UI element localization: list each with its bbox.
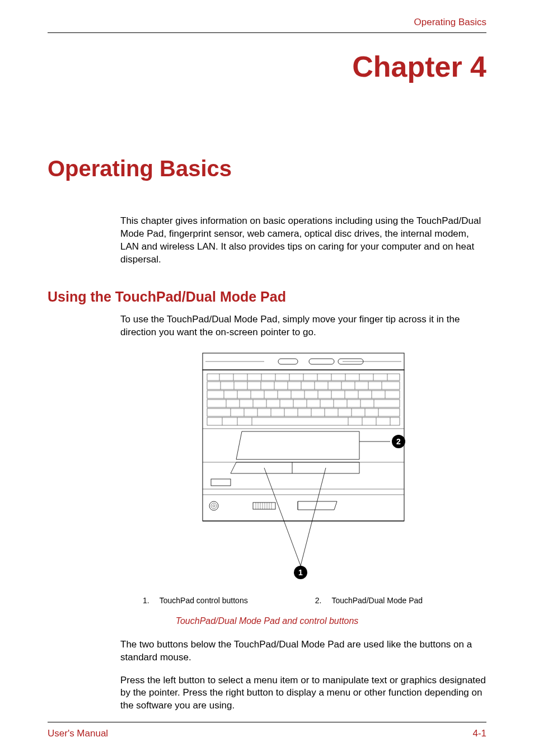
callout-2-label: 2: [396, 437, 401, 446]
laptop-illustration: 2 1: [191, 350, 415, 585]
legend-1-number: 1.: [143, 596, 149, 605]
svg-rect-75: [207, 417, 400, 425]
header-divider: [48, 32, 486, 33]
svg-rect-21: [207, 382, 400, 389]
body-paragraph-2: The two buttons below the TouchPad/Dual …: [120, 638, 486, 664]
legend-2-text: TouchPad/Dual Mode Pad: [331, 596, 423, 605]
svg-rect-88: [211, 479, 231, 486]
footer-page-number: 4-1: [472, 728, 486, 739]
body-paragraph-3: Press the left button to select a menu i…: [120, 674, 486, 713]
section-title: Operating Basics: [48, 156, 486, 181]
chapter-title: Chapter 4: [48, 50, 486, 83]
svg-rect-49: [207, 400, 400, 407]
callout-1-label: 1: [298, 568, 303, 577]
intro-paragraph: This chapter gives information on basic …: [120, 215, 486, 266]
svg-rect-6: [203, 370, 404, 521]
footer-divider: [48, 722, 486, 722]
svg-rect-62: [207, 408, 400, 416]
legend-item-2: 2. TouchPad/Dual Mode Pad: [315, 596, 423, 605]
body-paragraph-1: To use the TouchPad/Dual Mode Pad, simpl…: [120, 313, 486, 339]
svg-point-90: [211, 503, 217, 509]
svg-line-105: [301, 468, 326, 566]
figure-caption: TouchPad/Dual Mode Pad and control butto…: [48, 616, 486, 626]
figure-legend: 1. TouchPad control buttons 2. TouchPad/…: [120, 596, 486, 605]
legend-item-1: 1. TouchPad control buttons: [143, 596, 248, 605]
page-footer: User's Manual 4-1: [48, 722, 486, 739]
svg-rect-35: [207, 391, 400, 398]
svg-rect-4: [309, 359, 334, 364]
header-breadcrumb: Operating Basics: [48, 17, 486, 28]
svg-rect-92: [253, 503, 275, 509]
legend-2-number: 2.: [315, 596, 322, 605]
subsection-title: Using the TouchPad/Dual Mode Pad: [48, 289, 486, 305]
svg-line-104: [264, 468, 301, 566]
footer-manual-label: User's Manual: [48, 728, 108, 739]
svg-point-89: [209, 501, 218, 510]
legend-1-text: TouchPad control buttons: [160, 596, 248, 605]
figure-laptop-diagram: 2 1: [120, 350, 486, 588]
svg-point-91: [213, 505, 215, 507]
svg-rect-3: [278, 359, 298, 364]
